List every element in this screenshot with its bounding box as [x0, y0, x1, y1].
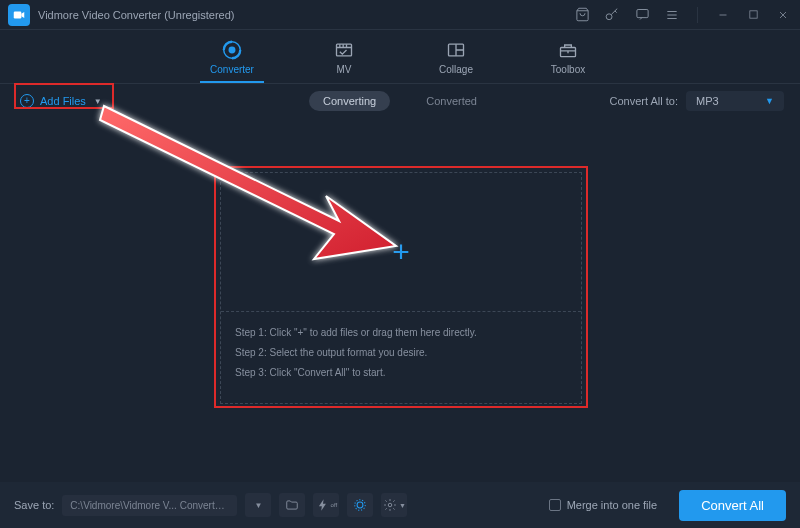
- step-text: Step 2: Select the output format you des…: [235, 343, 477, 363]
- converter-icon: [221, 39, 243, 61]
- svg-point-10: [355, 500, 366, 511]
- minimize-icon[interactable]: [714, 6, 732, 24]
- content-area: + Step 1: Click "+" to add files or drag…: [0, 118, 800, 482]
- open-folder-button[interactable]: [279, 493, 305, 517]
- svg-point-5: [229, 47, 235, 53]
- tab-label: MV: [337, 64, 352, 75]
- divider-dashed: [221, 311, 581, 312]
- hardware-accel-button[interactable]: off: [313, 493, 339, 517]
- selected-format: MP3: [696, 95, 719, 107]
- high-speed-button[interactable]: [347, 493, 373, 517]
- mv-icon: [333, 39, 355, 61]
- svg-rect-6: [337, 44, 352, 56]
- step-text: Step 1: Click "+" to add files or drag t…: [235, 323, 477, 343]
- key-icon[interactable]: [603, 6, 621, 24]
- tab-toolbox[interactable]: Toolbox: [538, 30, 598, 83]
- convert-all-to-label: Convert All to:: [610, 95, 678, 107]
- add-files-button[interactable]: + Add Files ▼: [16, 92, 106, 110]
- window-title: Vidmore Video Converter (Unregistered): [38, 9, 573, 21]
- output-format-select[interactable]: MP3 ▼: [686, 91, 784, 111]
- subtab-converted[interactable]: Converted: [412, 91, 491, 111]
- svg-point-11: [388, 503, 392, 507]
- app-logo: [8, 4, 30, 26]
- save-path-display[interactable]: C:\Vidmore\Vidmore V... Converter\Conver…: [62, 495, 237, 516]
- checkbox-box: [549, 499, 561, 511]
- tab-collage[interactable]: Collage: [426, 30, 486, 83]
- instructions: Step 1: Click "+" to add files or drag t…: [235, 323, 477, 383]
- tab-label: Converter: [210, 64, 254, 75]
- add-files-label: Add Files: [40, 95, 86, 107]
- step-text: Step 3: Click "Convert All" to start.: [235, 363, 477, 383]
- convert-all-button[interactable]: Convert All: [679, 490, 786, 521]
- drop-zone[interactable]: + Step 1: Click "+" to add files or drag…: [220, 172, 582, 404]
- close-icon[interactable]: [774, 6, 792, 24]
- save-to-label: Save to:: [14, 499, 54, 511]
- svg-rect-3: [749, 11, 756, 18]
- tab-label: Toolbox: [551, 64, 585, 75]
- add-files-plus-icon[interactable]: +: [392, 237, 410, 267]
- merge-checkbox[interactable]: Merge into one file: [549, 499, 658, 511]
- chevron-down-icon: ▼: [765, 96, 774, 106]
- svg-point-9: [357, 502, 363, 508]
- subtab-converting[interactable]: Converting: [309, 91, 390, 111]
- main-tabs: Converter MV Collage Toolbox: [0, 30, 800, 84]
- sub-tabs: Converting Converted: [309, 91, 491, 111]
- chevron-down-icon: ▼: [94, 97, 102, 106]
- divider: [697, 7, 698, 23]
- maximize-icon[interactable]: [744, 6, 762, 24]
- feedback-icon[interactable]: [633, 6, 651, 24]
- menu-icon[interactable]: [663, 6, 681, 24]
- merge-label: Merge into one file: [567, 499, 658, 511]
- titlebar: Vidmore Video Converter (Unregistered): [0, 0, 800, 30]
- tab-mv[interactable]: MV: [314, 30, 374, 83]
- footer: Save to: C:\Vidmore\Vidmore V... Convert…: [0, 482, 800, 528]
- collage-icon: [445, 39, 467, 61]
- toolbar: + Add Files ▼ Converting Converted Conve…: [0, 84, 800, 118]
- path-dropdown-button[interactable]: ▼: [245, 493, 271, 517]
- svg-rect-0: [14, 11, 22, 18]
- settings-button[interactable]: ▼: [381, 493, 407, 517]
- cart-icon[interactable]: [573, 6, 591, 24]
- tab-label: Collage: [439, 64, 473, 75]
- svg-point-1: [606, 13, 612, 19]
- toolbox-icon: [557, 39, 579, 61]
- plus-circle-icon: +: [20, 94, 34, 108]
- tab-converter[interactable]: Converter: [202, 30, 262, 83]
